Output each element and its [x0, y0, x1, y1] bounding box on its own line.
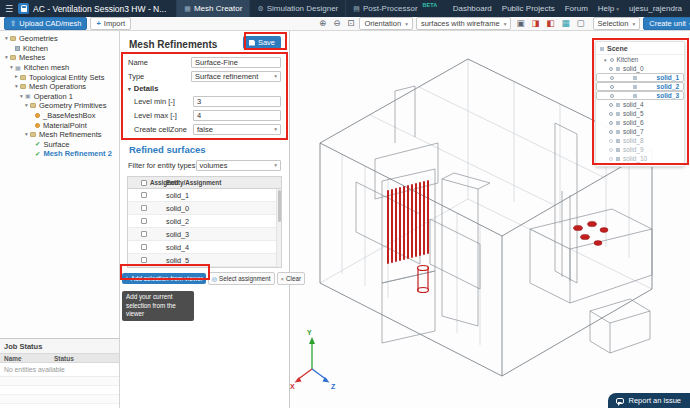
- menu-icon[interactable]: ☰: [0, 4, 18, 14]
- caret-down-icon[interactable]: ▾: [604, 57, 607, 63]
- tree-item-surface[interactable]: ✔ Surface: [0, 140, 119, 150]
- scene-item-solid-5[interactable]: solid_5: [596, 109, 684, 118]
- tree-item-mesh-refinement-2[interactable]: ✔ Mesh Refinement 2: [0, 149, 119, 159]
- reset-visibility-icon[interactable]: ▢: [575, 19, 587, 28]
- row-checkbox[interactable]: [141, 257, 147, 263]
- table-scrollbar[interactable]: [276, 189, 281, 267]
- tree-item-mesh-refinements[interactable]: ▾ Mesh Refinements: [0, 130, 119, 140]
- tab-post-processor[interactable]: ▤ Post-Processor BETA: [345, 0, 444, 17]
- tab-simulation-designer[interactable]: ⚙ Simulation Designer: [249, 0, 345, 17]
- visibility-eye-icon[interactable]: [609, 103, 613, 107]
- row-checkbox[interactable]: [141, 244, 147, 250]
- table-row[interactable]: solid_5: [128, 254, 281, 267]
- level-max-input[interactable]: [193, 110, 281, 121]
- tab-mesh-creator[interactable]: ▦ Mesh Creator: [176, 0, 249, 17]
- visibility-eye-icon[interactable]: [609, 130, 613, 134]
- cellzone-select[interactable]: false ▾: [193, 124, 281, 135]
- visibility-eye-icon[interactable]: [609, 139, 613, 143]
- transparency-icon[interactable]: ▦: [560, 19, 572, 28]
- tree-item-kitchen-mesh[interactable]: ▾ ▦ Kitchen mesh: [0, 63, 119, 73]
- table-row[interactable]: solid_4: [128, 241, 281, 254]
- visibility-eye-icon[interactable]: [609, 67, 613, 71]
- visibility-eye-icon[interactable]: [609, 121, 613, 125]
- caret-down-icon[interactable]: ▾: [23, 103, 30, 109]
- refinement-highlight-burners[interactable]: [574, 221, 609, 245]
- row-checkbox[interactable]: [141, 205, 147, 211]
- scene-item-solid-8[interactable]: solid_8: [596, 136, 684, 145]
- scene-item-solid-7[interactable]: solid_7: [596, 127, 684, 136]
- scene-item-solid-4[interactable]: solid_4: [596, 100, 684, 109]
- fit-view-icon[interactable]: ⊡: [345, 19, 356, 28]
- clear-button[interactable]: × Clear: [277, 272, 306, 285]
- tree-item-kitchen[interactable]: Kitchen: [0, 44, 119, 54]
- isolate-selection-icon[interactable]: ◧: [545, 19, 557, 28]
- user-menu[interactable]: ujesu_rajendra: [629, 4, 682, 13]
- import-button[interactable]: + Import: [90, 17, 131, 30]
- type-select[interactable]: Surface refinement ▾: [191, 71, 281, 82]
- link-help[interactable]: Help▾: [598, 4, 619, 13]
- caret-down-icon[interactable]: ▾: [3, 55, 10, 61]
- table-row[interactable]: solid_0: [128, 202, 281, 215]
- tree-item-geometry-primitives[interactable]: ▾ Geometry Primitives: [0, 101, 119, 111]
- entity-filter-select[interactable]: volumes ▾: [196, 160, 281, 171]
- level-min-input[interactable]: [193, 96, 281, 107]
- tree-item-mesh-operations[interactable]: ▾ Mesh Operations: [0, 82, 119, 92]
- tree-item-materialpoint[interactable]: MaterialPoint: [0, 120, 119, 130]
- report-issue-button[interactable]: Report an issue: [608, 393, 690, 408]
- scene-item-solid-2[interactable]: solid_2: [596, 82, 684, 91]
- add-selection-button[interactable]: + Add selection from viewer: [122, 273, 206, 284]
- visibility-eye-icon[interactable]: [610, 94, 614, 98]
- row-checkbox[interactable]: [141, 218, 147, 224]
- tree-item-geometries[interactable]: ▾ Geometries: [0, 34, 119, 44]
- tree-item-operation-1[interactable]: ▾ ▣ Operation 1: [0, 92, 119, 102]
- caret-down-icon[interactable]: ▾: [18, 94, 25, 100]
- visibility-eye-icon[interactable]: [610, 58, 614, 62]
- link-forum[interactable]: Forum: [565, 4, 588, 13]
- refinement-highlight-coil[interactable]: [388, 181, 429, 293]
- scene-item-solid-1[interactable]: solid_1: [596, 73, 684, 82]
- upload-cad-button[interactable]: ⇧ Upload CAD/mesh: [4, 17, 87, 30]
- row-checkbox[interactable]: [141, 192, 147, 198]
- render-mode-select[interactable]: surfaces with wireframe ▾: [416, 17, 512, 30]
- tree-item-topological-entity-sets[interactable]: ▸ Topological Entity Sets: [0, 72, 119, 82]
- tree-item-basemeshbox[interactable]: _BaseMeshBox: [0, 111, 119, 121]
- visibility-eye-icon[interactable]: [609, 157, 613, 161]
- table-row[interactable]: solid_2: [128, 215, 281, 228]
- caret-down-icon[interactable]: ▾: [13, 84, 20, 90]
- row-checkbox[interactable]: [141, 231, 147, 237]
- viewport-3d[interactable]: Y X Z Scene ▾ Kitchen solid_0 solid_1 so…: [290, 31, 690, 408]
- scene-item-solid-6[interactable]: solid_6: [596, 118, 684, 127]
- name-input[interactable]: [191, 57, 281, 68]
- link-dashboard[interactable]: Dashboard: [453, 4, 492, 13]
- select-assignment-button[interactable]: ◎ Select assignment: [208, 272, 275, 285]
- create-unit-button[interactable]: Create unit ▾: [643, 17, 690, 30]
- zoom-out-icon[interactable]: ⊖: [331, 19, 342, 28]
- caret-down-icon[interactable]: ▾: [23, 132, 30, 138]
- visibility-eye-icon[interactable]: [609, 148, 613, 152]
- scrollbar-thumb[interactable]: [278, 190, 282, 222]
- scene-item-label: solid_4: [623, 101, 644, 108]
- zoom-in-icon[interactable]: ⊕: [317, 19, 328, 28]
- visibility-eye-icon[interactable]: [610, 85, 614, 89]
- link-public-projects[interactable]: Public Projects: [502, 4, 555, 13]
- caret-down-icon[interactable]: ▾: [8, 65, 15, 71]
- details-toggle[interactable]: ▾ Details: [120, 83, 289, 94]
- tree-item-meshes[interactable]: ▾ Meshes: [0, 53, 119, 63]
- hide-selection-icon[interactable]: ◨: [529, 19, 541, 28]
- select-all-checkbox[interactable]: [141, 180, 147, 186]
- scene-item-solid-9[interactable]: solid_9: [596, 145, 684, 154]
- scene-item-kitchen[interactable]: ▾ Kitchen: [596, 55, 684, 64]
- table-row[interactable]: solid_1: [128, 189, 281, 202]
- visibility-eye-icon[interactable]: [610, 76, 614, 80]
- save-button[interactable]: Save: [243, 36, 281, 49]
- scene-item-solid-3[interactable]: solid_3: [596, 91, 684, 100]
- show-all-icon[interactable]: ▣: [514, 19, 526, 28]
- scene-item-solid-10[interactable]: solid_10: [596, 154, 684, 163]
- caret-down-icon[interactable]: ▾: [3, 36, 10, 42]
- caret-right-icon[interactable]: ▸: [13, 74, 20, 80]
- scene-item-solid-0[interactable]: solid_0: [596, 64, 684, 73]
- table-row[interactable]: solid_3: [128, 228, 281, 241]
- visibility-eye-icon[interactable]: [609, 112, 613, 116]
- selection-dropdown[interactable]: Selection ▾: [593, 17, 641, 30]
- orientation-dropdown[interactable]: Orientation ▾: [359, 17, 412, 30]
